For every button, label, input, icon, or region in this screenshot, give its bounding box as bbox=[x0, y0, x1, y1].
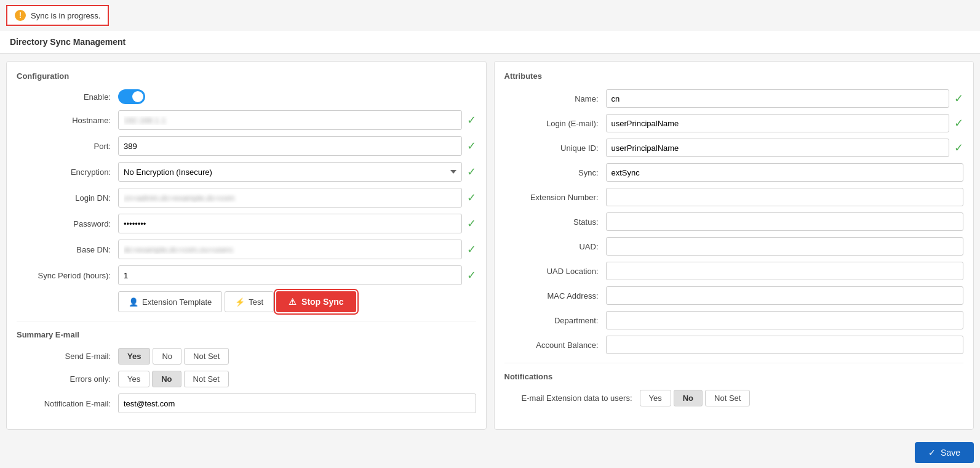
attributes-section-title: Attributes bbox=[504, 71, 964, 81]
attr-mac-label: MAC Address: bbox=[504, 291, 606, 301]
attr-status-label: Status: bbox=[504, 217, 606, 227]
send-email-label: Send E-mail: bbox=[17, 352, 118, 361]
logindn-label: Login DN: bbox=[17, 193, 118, 203]
attr-extnumber-row: Extension Number: bbox=[504, 188, 964, 206]
attr-uad-row: UAD: bbox=[504, 237, 964, 256]
page-title-bar: Directory Sync Management bbox=[0, 31, 980, 54]
logindn-check-icon: ✓ bbox=[467, 191, 476, 204]
save-bar: ✓ Save bbox=[0, 436, 980, 467]
save-button[interactable]: ✓ Save bbox=[915, 442, 974, 463]
encryption-select[interactable]: No Encryption (Insecure) SSL STARTTLS bbox=[118, 162, 462, 182]
warn-icon: ! bbox=[15, 10, 26, 21]
basedn-label: Base DN: bbox=[17, 245, 118, 254]
attr-balance-label: Account Balance: bbox=[504, 341, 606, 350]
encryption-label: Encryption: bbox=[17, 167, 118, 177]
enable-label: Enable: bbox=[17, 92, 118, 102]
encryption-row: Encryption: No Encryption (Insecure) SSL… bbox=[17, 162, 476, 182]
save-label: Save bbox=[941, 448, 960, 458]
attr-login-label: Login (E-mail): bbox=[504, 119, 606, 128]
attr-uad-input[interactable] bbox=[606, 237, 964, 256]
port-check-icon: ✓ bbox=[467, 139, 476, 153]
attributes-section: Attributes Name: ✓ Login (E-mail): ✓ Uni… bbox=[504, 71, 964, 354]
syncperiod-input[interactable] bbox=[118, 265, 462, 285]
attr-extnumber-label: Extension Number: bbox=[504, 193, 606, 202]
attr-name-label: Name: bbox=[504, 94, 606, 103]
attr-sync-input[interactable] bbox=[606, 163, 964, 182]
attr-sync-label: Sync: bbox=[504, 168, 606, 177]
logindn-input[interactable] bbox=[118, 188, 462, 208]
email-ext-notset-button[interactable]: Not Set bbox=[705, 390, 750, 406]
email-ext-label: E-mail Extension data to users: bbox=[504, 393, 640, 403]
hostname-check-icon: ✓ bbox=[467, 113, 476, 127]
port-label: Port: bbox=[17, 142, 118, 151]
attr-name-row: Name: ✓ bbox=[504, 89, 964, 108]
port-row: Port: ✓ bbox=[17, 136, 476, 156]
errors-only-yes-button[interactable]: Yes bbox=[118, 371, 149, 387]
send-email-yes-button[interactable]: Yes bbox=[118, 348, 150, 365]
test-button[interactable]: ⚡ Test bbox=[225, 291, 274, 312]
hostname-row: Hostname: ✓ bbox=[17, 110, 476, 130]
send-email-row: Send E-mail: Yes No Not Set bbox=[17, 348, 476, 365]
extension-template-button[interactable]: 👤 Extension Template bbox=[118, 291, 222, 312]
attr-dept-label: Department: bbox=[504, 316, 606, 325]
summary-email-section: Summary E-mail Send E-mail: Yes No Not S… bbox=[17, 330, 476, 413]
attr-name-check-icon: ✓ bbox=[954, 92, 963, 105]
attr-balance-input[interactable] bbox=[606, 336, 964, 354]
enable-toggle[interactable] bbox=[118, 89, 145, 104]
encryption-check-icon: ✓ bbox=[467, 165, 476, 179]
sync-banner: ! Sync is in progress. bbox=[6, 5, 109, 26]
notification-email-input[interactable] bbox=[118, 393, 476, 413]
syncperiod-label: Sync Period (hours): bbox=[17, 271, 118, 280]
attr-uniqueid-input[interactable] bbox=[606, 139, 950, 157]
errors-only-row: Errors only: Yes No Not Set bbox=[17, 371, 476, 387]
attr-uadlocation-input[interactable] bbox=[606, 262, 964, 280]
errors-only-no-button[interactable]: No bbox=[152, 371, 181, 387]
attr-uad-label: UAD: bbox=[504, 242, 606, 251]
stop-sync-button[interactable]: ⚠ Stop Sync bbox=[276, 291, 356, 312]
basedn-row: Base DN: ✓ bbox=[17, 240, 476, 259]
errors-only-notset-button[interactable]: Not Set bbox=[184, 371, 229, 387]
user-icon: 👤 bbox=[129, 297, 138, 307]
errors-only-toggle-group: Yes No Not Set bbox=[118, 371, 229, 387]
sync-banner-text: Sync is in progress. bbox=[31, 11, 100, 20]
stop-sync-label: Stop Sync bbox=[301, 297, 343, 307]
port-input[interactable] bbox=[118, 136, 462, 156]
attr-uniqueid-check-icon: ✓ bbox=[954, 141, 963, 155]
errors-only-label: Errors only: bbox=[17, 374, 118, 384]
attr-extnumber-input[interactable] bbox=[606, 188, 964, 206]
send-email-no-button[interactable]: No bbox=[153, 348, 181, 365]
attr-mac-input[interactable] bbox=[606, 286, 964, 305]
attr-name-input[interactable] bbox=[606, 89, 950, 108]
action-buttons: 👤 Extension Template ⚡ Test ⚠ Stop Sync bbox=[118, 291, 476, 312]
summary-section-title: Summary E-mail bbox=[17, 330, 476, 339]
attr-sync-row: Sync: bbox=[504, 163, 964, 182]
attr-login-input[interactable] bbox=[606, 114, 950, 132]
extension-template-label: Extension Template bbox=[142, 297, 212, 307]
password-check-icon: ✓ bbox=[467, 217, 476, 230]
attr-login-row: Login (E-mail): ✓ bbox=[504, 114, 964, 132]
email-ext-yes-button[interactable]: Yes bbox=[640, 390, 671, 406]
page-title: Directory Sync Management bbox=[10, 37, 125, 47]
warning-icon: ⚠ bbox=[289, 297, 297, 307]
attr-dept-input[interactable] bbox=[606, 311, 964, 329]
send-email-notset-button[interactable]: Not Set bbox=[184, 348, 229, 365]
lightning-icon: ⚡ bbox=[235, 297, 245, 307]
email-ext-no-button[interactable]: No bbox=[674, 390, 703, 406]
attr-uniqueid-label: Unique ID: bbox=[504, 143, 606, 153]
attr-status-input[interactable] bbox=[606, 212, 964, 231]
hostname-label: Hostname: bbox=[17, 116, 118, 125]
password-input[interactable] bbox=[118, 214, 462, 233]
notifications-section-title: Notifications bbox=[504, 372, 964, 381]
syncperiod-check-icon: ✓ bbox=[467, 268, 476, 282]
password-row: Password: ✓ bbox=[17, 214, 476, 233]
notification-email-label: Notification E-mail: bbox=[17, 399, 118, 408]
hostname-input[interactable] bbox=[118, 110, 462, 130]
basedn-input[interactable] bbox=[118, 240, 462, 259]
right-panel: Attributes Name: ✓ Login (E-mail): ✓ Uni… bbox=[494, 61, 974, 430]
password-label: Password: bbox=[17, 219, 118, 228]
attr-uadlocation-row: UAD Location: bbox=[504, 262, 964, 280]
save-check-icon: ✓ bbox=[928, 448, 936, 458]
attr-login-check-icon: ✓ bbox=[954, 116, 963, 130]
syncperiod-row: Sync Period (hours): ✓ bbox=[17, 265, 476, 285]
attr-status-row: Status: bbox=[504, 212, 964, 231]
